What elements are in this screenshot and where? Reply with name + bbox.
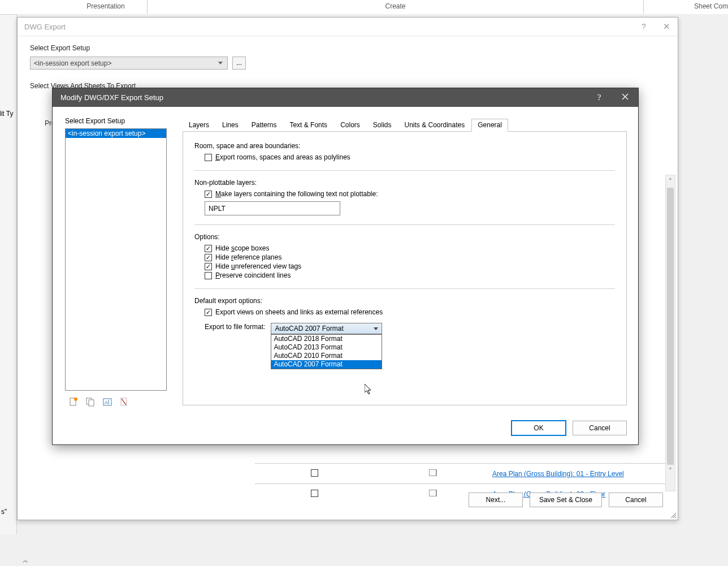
export-format-options-panel: AutoCAD 2018 Format AutoCAD 2013 Format … bbox=[271, 334, 382, 369]
tab-units[interactable]: Units & Coordinates bbox=[398, 119, 471, 132]
export-views-label: Export views on sheets and links as exte… bbox=[215, 308, 383, 316]
dwg-export-titlebar: DWG Export ? ✕ bbox=[18, 18, 678, 36]
hide-ref-label: Hide reference planes bbox=[215, 253, 281, 261]
hide-unref-label: Hide unreferenced view tags bbox=[215, 262, 301, 270]
scroll-down-icon[interactable]: ˅ bbox=[666, 465, 675, 477]
tab-lines[interactable]: Lines bbox=[216, 119, 245, 132]
format-option[interactable]: AutoCAD 2018 Format bbox=[271, 335, 382, 343]
resize-grip-icon[interactable] bbox=[669, 511, 676, 518]
svg-point-1 bbox=[74, 398, 77, 401]
tab-patterns[interactable]: Patterns bbox=[245, 119, 283, 132]
options-label: Options: bbox=[194, 233, 615, 241]
help-icon[interactable]: ? bbox=[586, 93, 612, 102]
row-checkbox[interactable] bbox=[311, 490, 318, 497]
setup-list-item-selected[interactable]: <in-session export setup> bbox=[66, 129, 166, 138]
ribbon-bar: Presentation Create Sheet Com bbox=[0, 0, 728, 14]
make-layers-checkbox[interactable] bbox=[205, 191, 212, 198]
nonplot-label: Non-plottable layers: bbox=[194, 179, 615, 187]
export-rooms-checkbox[interactable] bbox=[205, 154, 212, 161]
setup-toolbar: A bbox=[65, 396, 170, 408]
export-format-dropdown[interactable]: AutoCAD 2007 Format AutoCAD 2018 Format … bbox=[271, 323, 382, 334]
rename-setup-icon[interactable]: A bbox=[102, 396, 112, 408]
ribbon-tab-presentation[interactable]: Presentation bbox=[0, 0, 147, 14]
dwg-export-title: DWG Export bbox=[24, 23, 66, 31]
properties-panel: dit Ty bbox=[0, 14, 17, 534]
scroll-thumb[interactable] bbox=[667, 188, 674, 465]
nplt-value: NPLT bbox=[209, 205, 226, 213]
export-setup-dropdown[interactable]: <in-session export setup> bbox=[30, 57, 228, 70]
select-export-setup-label: Select Export Setup bbox=[65, 117, 170, 125]
nplt-input[interactable]: NPLT bbox=[205, 201, 340, 215]
close-icon[interactable]: ✕ bbox=[655, 21, 678, 32]
svg-text:A: A bbox=[105, 400, 108, 405]
general-tab-content: Room, space and area boundaries: Export … bbox=[183, 132, 627, 405]
setup-list-pane: Select Export Setup <in-session export s… bbox=[65, 117, 170, 408]
hide-scope-checkbox[interactable] bbox=[205, 245, 212, 252]
next-button[interactable]: Next... bbox=[469, 492, 523, 507]
duplicate-setup-icon[interactable] bbox=[85, 396, 96, 408]
export-format-current[interactable]: AutoCAD 2007 Format bbox=[271, 323, 382, 334]
cancel-button[interactable]: Cancel bbox=[573, 421, 627, 435]
ribbon-tab-sheet[interactable]: Sheet Com bbox=[643, 0, 728, 14]
preserve-label: Preserve coincident lines bbox=[215, 271, 291, 279]
tab-layers[interactable]: Layers bbox=[183, 119, 215, 132]
format-option-selected[interactable]: AutoCAD 2007 Format bbox=[271, 360, 382, 369]
make-layers-label: Make layers containing the following tex… bbox=[215, 190, 378, 198]
export-buttons: Next... Save Set & Close Cancel bbox=[469, 492, 663, 507]
save-set-button[interactable]: Save Set & Close bbox=[530, 492, 602, 507]
table-row[interactable]: Area Plan (Gross Building): 01 - Entry L… bbox=[255, 463, 673, 483]
help-icon[interactable]: ? bbox=[632, 22, 655, 31]
bg-label-s: s" bbox=[1, 508, 7, 516]
mouse-cursor-icon bbox=[365, 384, 372, 395]
tab-colors[interactable]: Colors bbox=[334, 119, 366, 132]
svg-rect-3 bbox=[89, 400, 94, 406]
export-setup-list[interactable]: <in-session export setup> bbox=[65, 128, 167, 391]
sheet-icon bbox=[429, 469, 437, 476]
modify-title: Modify DWG/DXF Export Setup bbox=[60, 93, 163, 102]
preserve-checkbox[interactable] bbox=[205, 272, 212, 279]
delete-setup-icon[interactable] bbox=[119, 396, 129, 408]
chevron-up-icon[interactable]: ︽ bbox=[23, 556, 28, 564]
export-rooms-label: Export rooms, spaces and areas as polyli… bbox=[215, 153, 350, 161]
export-views-checkbox[interactable] bbox=[205, 309, 212, 316]
tab-text-fonts[interactable]: Text & Fonts bbox=[283, 119, 333, 132]
tabs: Layers Lines Patterns Text & Fonts Color… bbox=[183, 118, 627, 132]
hide-scope-label: Hide scope boxes bbox=[215, 244, 269, 252]
tab-solids[interactable]: Solids bbox=[367, 119, 398, 132]
default-export-label: Default export options: bbox=[194, 297, 615, 305]
export-setup-value: <in-session export setup> bbox=[34, 59, 111, 67]
sheet-icon bbox=[429, 490, 437, 496]
scroll-up-icon[interactable]: ˄ bbox=[666, 175, 675, 188]
room-boundaries-label: Room, space and area boundaries: bbox=[194, 142, 615, 150]
ribbon-tab-create[interactable]: Create bbox=[147, 0, 643, 14]
tab-general[interactable]: General bbox=[471, 119, 508, 132]
view-link[interactable]: Area Plan (Gross Building): 01 - Entry L… bbox=[492, 470, 624, 478]
format-option[interactable]: AutoCAD 2010 Format bbox=[271, 352, 382, 360]
export-format-label: Export to file format: bbox=[205, 323, 265, 331]
edit-type-label: dit Ty bbox=[0, 110, 13, 118]
new-setup-icon[interactable] bbox=[68, 396, 79, 408]
tabs-pane: Layers Lines Patterns Text & Fonts Color… bbox=[183, 118, 627, 406]
modify-dialog-buttons: OK Cancel bbox=[512, 421, 627, 435]
views-scrollbar[interactable]: ˄ ˅ bbox=[665, 175, 675, 491]
export-setup-browse-button[interactable]: ... bbox=[232, 57, 246, 70]
hide-unref-checkbox[interactable] bbox=[205, 263, 212, 270]
row-checkbox[interactable] bbox=[311, 469, 318, 477]
close-icon[interactable] bbox=[612, 93, 638, 102]
select-export-setup-label: Select Export Setup bbox=[30, 44, 665, 52]
cancel-button[interactable]: Cancel bbox=[609, 492, 663, 507]
hide-ref-checkbox[interactable] bbox=[205, 254, 212, 261]
modify-export-setup-dialog: Modify DWG/DXF Export Setup ? Select Exp… bbox=[52, 88, 639, 445]
modify-titlebar: Modify DWG/DXF Export Setup ? bbox=[53, 88, 638, 107]
format-option[interactable]: AutoCAD 2013 Format bbox=[271, 343, 382, 352]
ok-button[interactable]: OK bbox=[512, 421, 566, 435]
